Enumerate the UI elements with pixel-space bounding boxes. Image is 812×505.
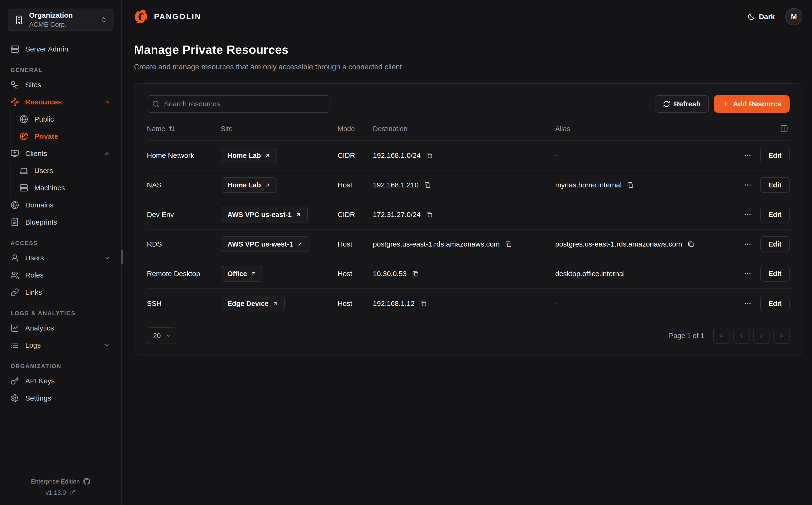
copy-destination-button[interactable] [504, 239, 513, 249]
search-icon [152, 100, 160, 108]
sort-icon [169, 126, 175, 132]
edit-button[interactable]: Edit [760, 266, 790, 282]
sidebar-item-users[interactable]: Users [17, 162, 114, 179]
copy-alias-button[interactable] [686, 239, 695, 249]
site-link[interactable]: AWS VPC us-east-1 [221, 207, 308, 222]
copy-destination-button[interactable] [411, 269, 420, 278]
copy-alias-button[interactable] [626, 180, 635, 190]
sidebar-item-label: Users [34, 166, 53, 176]
edit-button[interactable]: Edit [760, 207, 790, 222]
refresh-icon [663, 101, 670, 108]
edit-button[interactable]: Edit [760, 177, 790, 193]
sidebar-item-server-admin[interactable]: Server Admin [8, 40, 114, 58]
row-menu-button[interactable] [742, 180, 753, 190]
avatar[interactable]: M [785, 8, 802, 25]
chart-line-icon [10, 324, 19, 332]
sidebar-item-roles[interactable]: Roles [8, 267, 114, 284]
copy-destination-button[interactable] [419, 299, 428, 308]
row-menu-button[interactable] [742, 298, 753, 309]
refresh-button[interactable]: Refresh [655, 95, 709, 113]
sidebar-item-logs[interactable]: Logs [8, 337, 114, 354]
sidebar-footer: Enterprise Edition v1.13.0 [8, 477, 114, 500]
resource-alias: - [555, 299, 558, 309]
edit-button[interactable]: Edit [760, 148, 790, 163]
resource-name: RDS [147, 239, 221, 249]
nav-section-organization: ORGANIZATION [8, 361, 114, 371]
sidebar-item-analytics[interactable]: Analytics [8, 320, 114, 337]
chevron-down-icon [166, 333, 171, 339]
columns-toggle-button[interactable] [779, 123, 790, 134]
resource-destination: 192.168.1.12 [373, 299, 415, 309]
column-header-alias: Alias [555, 124, 718, 134]
sidebar-item-resources[interactable]: Resources [8, 94, 114, 111]
edit-button[interactable]: Edit [760, 236, 790, 252]
arrow-up-right-icon [265, 182, 270, 188]
sidebar-item-machines[interactable]: Machines [17, 179, 114, 196]
receipt-icon [10, 218, 19, 226]
sidebar-item-public[interactable]: Public [17, 111, 114, 128]
sidebar-item-label: Sites [25, 80, 41, 90]
theme-toggle-button[interactable]: Dark [747, 12, 775, 22]
resource-mode: Host [338, 180, 373, 190]
copy-icon [687, 240, 694, 248]
sidebar-item-domains[interactable]: Domains [8, 196, 114, 214]
theme-label: Dark [759, 12, 775, 22]
sidebar-item-api-keys[interactable]: API Keys [8, 372, 114, 389]
last-page-button[interactable] [773, 328, 790, 344]
resources-card: Refresh Add Resource NameSiteModeDestina… [134, 83, 802, 355]
github-icon[interactable] [83, 478, 90, 485]
row-menu-button[interactable] [742, 209, 753, 220]
arrow-up-right-icon [251, 271, 256, 277]
add-resource-button[interactable]: Add Resource [714, 95, 790, 113]
resource-alias: desktop.office.internal [555, 269, 625, 279]
next-page-button[interactable] [753, 328, 770, 344]
site-link[interactable]: Home Lab [221, 177, 277, 193]
page-size-value: 20 [153, 332, 161, 340]
site-link[interactable]: AWS VPC us-west-1 [221, 236, 310, 252]
column-header-name[interactable]: Name [147, 124, 221, 134]
sidebar-item-label: API Keys [25, 376, 55, 386]
sidebar-item-private[interactable]: Private [17, 128, 114, 145]
search-input[interactable] [147, 95, 331, 113]
resource-alias: postgres.us-east-1.rds.amazonaws.com [555, 239, 682, 249]
table-row: NASHome LabHost192.168.1.210mynas.home.i… [147, 170, 790, 200]
sidebar-item-settings[interactable]: Settings [8, 389, 114, 407]
copy-destination-button[interactable] [423, 180, 432, 190]
sidebar-item-users[interactable]: Users [8, 249, 114, 267]
resource-name: Remote Desktop [147, 269, 221, 279]
resources-table: NameSiteModeDestinationAlias Home Networ… [147, 123, 790, 318]
row-menu-button[interactable] [742, 268, 753, 279]
page-size-select[interactable]: 20 [147, 327, 177, 344]
sidebar-scrollbar[interactable] [121, 249, 123, 265]
sidebar-item-label: Domains [25, 200, 53, 210]
row-menu-button[interactable] [742, 239, 753, 249]
site-link[interactable]: Home Lab [221, 148, 277, 163]
first-page-button[interactable] [713, 328, 730, 344]
resource-alias: - [555, 151, 558, 160]
sidebar-item-clients[interactable]: Clients [8, 145, 114, 162]
table-row: SSHEdge DeviceHost192.168.1.12-Edit [147, 289, 790, 318]
settings-icon [10, 394, 19, 402]
sidebar-item-label: Links [25, 288, 42, 297]
site-link[interactable]: Edge Device [221, 296, 285, 311]
sidebar-item-blueprints[interactable]: Blueprints [8, 214, 114, 231]
sidebar-item-label: Server Admin [25, 44, 68, 54]
copy-icon [420, 300, 427, 307]
prev-page-button[interactable] [733, 328, 750, 344]
copy-icon [424, 181, 431, 189]
server-icon [20, 184, 28, 192]
sidebar-item-links[interactable]: Links [8, 284, 114, 301]
plus-icon [722, 101, 729, 108]
sidebar-item-sites[interactable]: Sites [8, 76, 114, 94]
nav-section-logs-analytics: LOGS & ANALYTICS [8, 309, 114, 318]
key-icon [10, 377, 19, 385]
org-switcher[interactable]: Organization ACME Corp. [8, 9, 114, 31]
arrow-up-right-icon [265, 153, 270, 158]
copy-destination-button[interactable] [425, 151, 434, 160]
edit-button[interactable]: Edit [760, 296, 790, 311]
row-menu-button[interactable] [742, 150, 753, 161]
copy-destination-button[interactable] [425, 210, 434, 219]
external-link-icon[interactable] [69, 490, 75, 496]
site-link[interactable]: Office [221, 266, 263, 282]
copy-icon [412, 270, 419, 277]
